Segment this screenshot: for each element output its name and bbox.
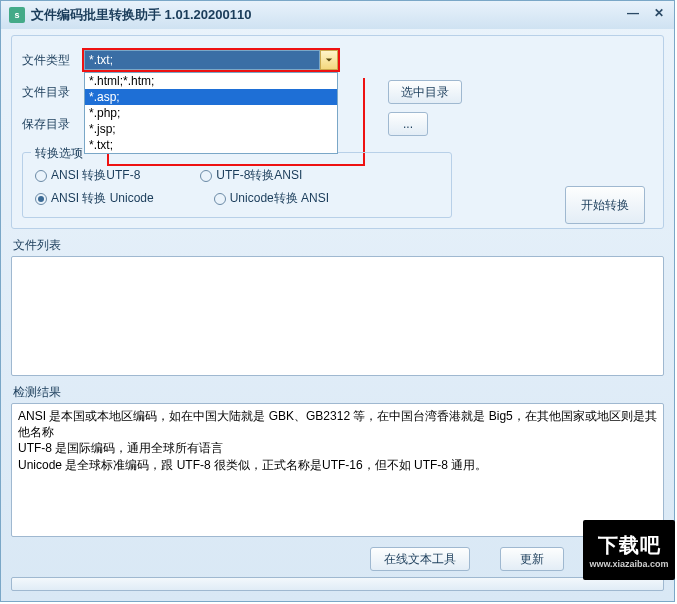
dropdown-option[interactable]: *.asp;: [85, 89, 337, 105]
update-button[interactable]: 更新: [500, 547, 564, 571]
file-list-box[interactable]: [11, 256, 664, 376]
app-icon: s: [9, 7, 25, 23]
radio-ansi-to-utf8[interactable]: ANSI 转换UTF-8: [35, 167, 140, 184]
file-type-input[interactable]: [84, 50, 320, 70]
dropdown-option[interactable]: *.txt;: [85, 137, 337, 153]
save-dir-label: 保存目录: [22, 116, 82, 133]
file-dir-label: 文件目录: [22, 84, 82, 101]
select-dir-button[interactable]: 选中目录: [388, 80, 462, 104]
result-label: 检测结果: [13, 384, 664, 401]
file-type-label: 文件类型: [22, 52, 82, 69]
options-legend: 转换选项: [31, 145, 87, 162]
minimize-button[interactable]: —: [624, 5, 642, 21]
window-title: 文件编码批里转换助手 1.01.20200110: [31, 6, 251, 24]
radio-unicode-to-ansi[interactable]: Unicode转换 ANSI: [214, 190, 329, 207]
radio-ansi-to-unicode[interactable]: ANSI 转换 Unicode: [35, 190, 154, 207]
chevron-down-icon[interactable]: [320, 50, 338, 70]
file-list-label: 文件列表: [13, 237, 664, 254]
dropdown-option[interactable]: *.html;*.htm;: [85, 73, 337, 89]
close-button[interactable]: ✕: [650, 5, 668, 21]
result-textbox[interactable]: ANSI 是本国或本地区编码，如在中国大陆就是 GBK、GB2312 等，在中国…: [11, 403, 664, 537]
dropdown-option[interactable]: *.jsp;: [85, 121, 337, 137]
conversion-options-group: 转换选项 ANSI 转换UTF-8 UTF-8转换ANSI ANSI 转换 Un…: [22, 152, 452, 218]
file-type-dropdown[interactable]: *.html;*.htm; *.asp; *.php; *.jsp; *.txt…: [82, 48, 340, 72]
watermark-logo: 下载吧 www.xiazaiba.com: [583, 520, 675, 580]
start-conversion-button[interactable]: 开始转换: [565, 186, 645, 224]
progress-bar: [11, 577, 664, 591]
dropdown-option[interactable]: *.php;: [85, 105, 337, 121]
titlebar: s 文件编码批里转换助手 1.01.20200110 — ✕: [1, 1, 674, 29]
radio-utf8-to-ansi[interactable]: UTF-8转换ANSI: [200, 167, 302, 184]
browse-button[interactable]: ...: [388, 112, 428, 136]
online-text-tool-button[interactable]: 在线文本工具: [370, 547, 470, 571]
file-type-dropdown-list[interactable]: *.html;*.htm; *.asp; *.php; *.jsp; *.txt…: [84, 72, 338, 154]
top-panel: 文件类型 *.html;*.htm; *.asp; *.php; *.jsp; …: [11, 35, 664, 229]
